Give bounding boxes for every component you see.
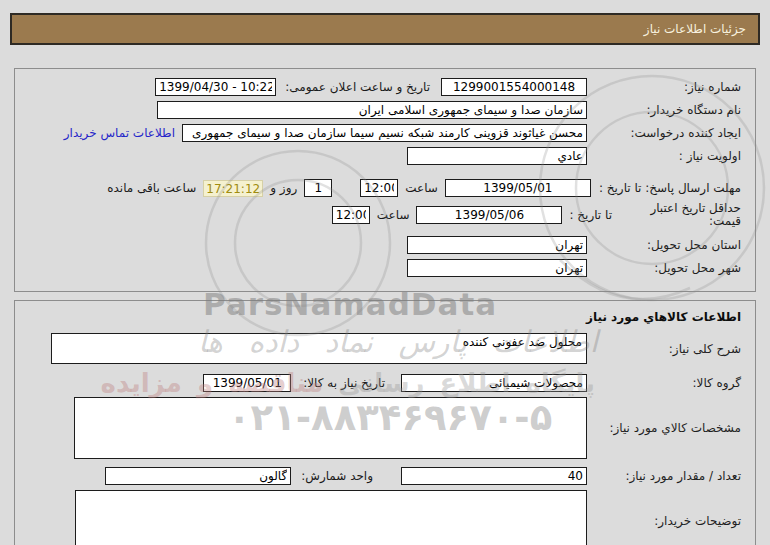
details-title-bar: جزئیات اطلاعات نیاز [10, 13, 760, 45]
buyer-org-label: نام دستگاه خریدار: [587, 103, 741, 117]
price-validity-hour-input[interactable] [332, 206, 370, 224]
goods-group-label: گروه کالا: [587, 376, 741, 390]
need-number-input[interactable] [441, 78, 587, 96]
delivery-city-label: شهر محل تحویل: [587, 261, 741, 275]
goods-specs-textarea[interactable] [74, 397, 587, 459]
need-info-panel: شماره نیاز: تاریخ و ساعت اعلان عمومی: نا… [14, 68, 756, 292]
row-need-description: شرح کلی نیاز: محلول ضد عفونی کننده [25, 333, 741, 364]
delivery-province-input[interactable] [407, 236, 587, 254]
goods-group-input[interactable] [401, 374, 587, 392]
priority-input[interactable] [407, 147, 587, 165]
price-validity-label: حداقل تاریخ اعتبار قیمت: [619, 202, 741, 228]
unit-label: واحد شمارش: [301, 469, 373, 483]
buyer-org-input[interactable] [157, 101, 587, 119]
countdown-label: ساعت باقی مانده [107, 181, 196, 195]
row-price-validity: حداقل تاریخ اعتبار قیمت: تا تاریخ : ساعت [25, 202, 741, 228]
row-buyer-org: نام دستگاه خریدار: [25, 101, 741, 119]
need-date-label: تاریخ نیاز به کالا: [303, 376, 385, 390]
row-goods-specs: مشخصات کالاي مورد نیاز: [25, 397, 741, 459]
row-quantity: تعداد / مقدار مورد نیاز: واحد شمارش: [25, 467, 741, 485]
buyer-notes-textarea[interactable] [75, 490, 587, 545]
price-validity-until-label: تا تاریخ : [569, 208, 612, 222]
quantity-input[interactable] [401, 467, 587, 485]
delivery-province-label: استان محل تحویل: [587, 238, 741, 252]
announce-datetime-input[interactable] [155, 78, 276, 96]
price-validity-date-input[interactable] [416, 206, 562, 224]
need-date-input[interactable] [203, 374, 291, 392]
row-request-creator: ایجاد کننده درخواست: اطلاعات تماس خریدار [25, 124, 741, 142]
price-validity-hour-label: ساعت [377, 208, 410, 222]
row-reply-deadline: مهلت ارسال پاسخ: تا تاریخ : ساعت روز و 1… [25, 179, 741, 197]
row-goods-group: گروه کالا: تاریخ نیاز به کالا: [25, 374, 741, 392]
reply-deadline-date-input[interactable] [445, 179, 591, 197]
buyer-notes-label: توضیحات خریدار: [587, 514, 741, 528]
page-title: جزئیات اطلاعات نیاز [644, 22, 746, 36]
delivery-city-input[interactable] [407, 259, 587, 277]
remaining-days-input[interactable] [304, 179, 332, 197]
priority-label: اولویت نیاز : [587, 149, 741, 163]
reply-deadline-label: مهلت ارسال پاسخ: تا تاریخ : [591, 181, 741, 195]
need-description-label: شرح کلی نیاز: [587, 342, 741, 356]
reply-deadline-hour-input[interactable] [360, 179, 398, 197]
countdown-timer: 17:21:12 [203, 180, 263, 197]
row-delivery-province: استان محل تحویل: [25, 236, 741, 254]
reply-deadline-hour-label: ساعت [405, 181, 438, 195]
row-buyer-notes: توضیحات خریدار: [25, 490, 741, 545]
request-creator-label: ایجاد کننده درخواست: [587, 126, 741, 140]
row-delivery-city: شهر محل تحویل: [25, 259, 741, 277]
row-need-number: شماره نیاز: تاریخ و ساعت اعلان عمومی: [25, 78, 741, 96]
remaining-days-label: روز و [270, 181, 297, 195]
announce-datetime-label: تاریخ و ساعت اعلان عمومی: [285, 80, 430, 94]
goods-section-title: اطلاعات کالاهاي مورد نیاز [25, 310, 741, 324]
need-description-textarea[interactable]: محلول ضد عفونی کننده [51, 333, 587, 364]
goods-info-panel: اطلاعات کالاهاي مورد نیاز شرح کلی نیاز: … [14, 300, 756, 545]
row-priority: اولویت نیاز : [25, 147, 741, 165]
unit-input[interactable] [105, 467, 291, 485]
request-creator-input[interactable] [182, 124, 587, 142]
quantity-label: تعداد / مقدار مورد نیاز: [587, 469, 741, 483]
buyer-contact-link[interactable]: اطلاعات تماس خریدار [64, 126, 175, 140]
need-number-label: شماره نیاز: [587, 80, 741, 94]
goods-specs-label: مشخصات کالاي مورد نیاز: [587, 421, 741, 435]
